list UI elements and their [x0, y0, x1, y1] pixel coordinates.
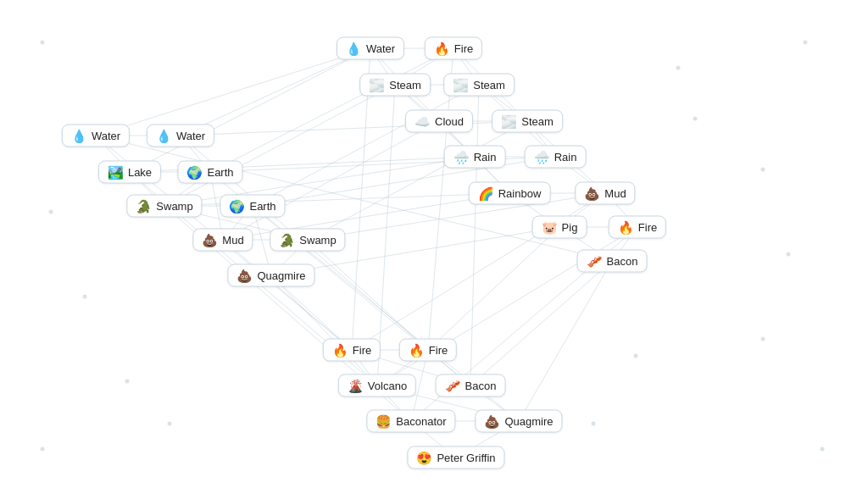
node-label: Bacon — [607, 255, 638, 268]
node-water-13[interactable]: 💧Water — [62, 125, 130, 147]
node-label: Fire — [429, 344, 448, 357]
node-emoji: 🔥 — [618, 221, 634, 234]
node-emoji: 🌋 — [348, 380, 364, 392]
node-label: Steam — [473, 79, 505, 92]
node-quagmire-21[interactable]: 💩Quagmire — [227, 264, 314, 287]
node-emoji: 🐊 — [279, 234, 295, 247]
svg-point-89 — [41, 41, 45, 45]
node-emoji: 💧 — [71, 130, 87, 142]
svg-point-92 — [821, 447, 825, 452]
node-steam-2[interactable]: 🌫️Steam — [359, 74, 431, 97]
node-mud-9[interactable]: 💩Mud — [575, 182, 635, 205]
node-emoji: 💩 — [584, 187, 600, 200]
svg-line-66 — [519, 261, 612, 421]
node-fire-1[interactable]: 🔥Fire — [425, 37, 482, 60]
node-label: Cloud — [435, 115, 464, 128]
svg-line-24 — [181, 48, 370, 136]
node-label: Swamp — [156, 200, 192, 213]
svg-line-73 — [130, 48, 370, 172]
node-label: Water — [92, 130, 120, 142]
node-rainbow-8[interactable]: 🌈Rainbow — [469, 182, 551, 205]
node-rain-6[interactable]: 🌧️Rain — [444, 146, 506, 169]
node-swamp-20[interactable]: 🐊Swamp — [270, 229, 345, 252]
node-water-14[interactable]: 💧Water — [147, 125, 214, 147]
node-water-0[interactable]: 💧Water — [337, 37, 404, 60]
node-bacon-12[interactable]: 🥓Bacon — [577, 250, 648, 273]
node-label: Swamp — [299, 234, 336, 247]
node-emoji: 🐷 — [542, 221, 558, 234]
node-label: Fire — [638, 221, 657, 234]
node-fire-11[interactable]: 🔥Fire — [609, 216, 666, 239]
node-label: Mud — [222, 234, 243, 247]
svg-point-91 — [41, 447, 45, 452]
node-emoji: 💩 — [484, 415, 500, 428]
node-emoji: 💩 — [202, 234, 218, 247]
svg-point-102 — [125, 380, 130, 384]
node-emoji: 🌧️ — [453, 151, 470, 164]
node-label: Steam — [521, 115, 554, 128]
node-label: Baconator — [396, 415, 446, 428]
node-label: Quagmire — [504, 415, 553, 428]
node-emoji: 💧 — [156, 130, 172, 142]
node-baconator-26[interactable]: 🍔Baconator — [366, 410, 455, 433]
node-earth-16[interactable]: 🌍Earth — [177, 161, 242, 184]
node-mud-19[interactable]: 💩Mud — [192, 229, 253, 252]
graph-canvas: 💧Water🔥Fire🌫️Steam🌫️Steam☁️Cloud🌫️Steam🌧… — [0, 0, 868, 488]
node-bacon-25[interactable]: 🥓Bacon — [436, 374, 506, 397]
node-emoji: 🌈 — [478, 187, 494, 200]
node-volcano-24[interactable]: 🌋Volcano — [338, 374, 416, 397]
node-swamp-17[interactable]: 🐊Swamp — [126, 195, 202, 218]
svg-point-90 — [804, 41, 808, 45]
node-earth-18[interactable]: 🌍Earth — [220, 195, 285, 218]
node-rain-7[interactable]: 🌧️Rain — [525, 146, 587, 169]
node-steam-5[interactable]: 🌫️Steam — [492, 110, 563, 133]
svg-line-63 — [377, 85, 395, 385]
node-label: Water — [366, 42, 395, 55]
node-label: Quagmire — [257, 269, 305, 282]
svg-line-64 — [470, 85, 479, 385]
node-label: Rain — [554, 151, 577, 164]
node-emoji: 🌧️ — [534, 151, 550, 164]
svg-point-96 — [83, 295, 87, 299]
node-label: Earth — [249, 200, 275, 213]
node-cloud-4[interactable]: ☁️Cloud — [405, 110, 473, 133]
node-fire-23[interactable]: 🔥Fire — [399, 339, 457, 362]
node-label: Bacon — [465, 380, 497, 392]
node-emoji: 🍔 — [376, 415, 392, 428]
node-lake-15[interactable]: 🏞️Lake — [98, 161, 161, 184]
node-fire-22[interactable]: 🔥Fire — [323, 339, 381, 362]
node-label: Pig — [562, 221, 578, 234]
svg-point-94 — [761, 168, 765, 172]
svg-line-57 — [164, 193, 509, 206]
node-steam-3[interactable]: 🌫️Steam — [443, 74, 515, 97]
svg-line-78 — [308, 121, 527, 240]
node-emoji: 🔥 — [332, 344, 348, 357]
node-quagmire-27[interactable]: 💩Quagmire — [475, 410, 562, 433]
node-emoji: 💧 — [346, 42, 362, 55]
node-emoji: 💩 — [236, 269, 253, 282]
node-emoji: ☁️ — [415, 115, 431, 128]
node-emoji: 🔥 — [434, 42, 450, 55]
node-emoji: 🐊 — [136, 200, 152, 213]
svg-point-95 — [761, 337, 765, 341]
node-emoji: 🌫️ — [369, 79, 385, 92]
node-label: Lake — [128, 166, 152, 179]
node-label: Fire — [353, 344, 371, 357]
node-pig-10[interactable]: 🐷Pig — [532, 216, 587, 239]
svg-point-100 — [49, 210, 53, 214]
node-emoji: 🌫️ — [501, 115, 517, 128]
node-label: Volcano — [368, 380, 407, 392]
node-emoji: 🥓 — [445, 380, 461, 392]
node-emoji: 🏞️ — [108, 166, 124, 179]
svg-line-60 — [181, 121, 527, 136]
node-label: Steam — [389, 79, 421, 92]
svg-point-93 — [676, 66, 681, 70]
svg-point-97 — [168, 422, 172, 426]
svg-point-101 — [787, 252, 791, 257]
node-peter-griffin-28[interactable]: 😍Peter Griffin — [407, 446, 504, 469]
node-emoji: 🔥 — [409, 344, 425, 357]
node-emoji: 😍 — [416, 452, 432, 464]
node-emoji: 🌫️ — [453, 79, 469, 92]
svg-point-98 — [592, 422, 596, 426]
node-label: Peter Griffin — [437, 452, 495, 464]
